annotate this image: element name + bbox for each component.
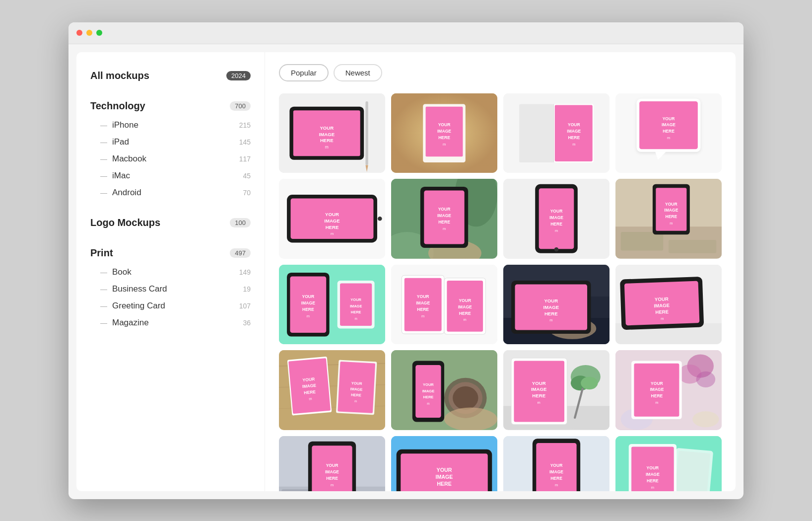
category-label-print: Print [90,247,113,259]
close-button[interactable] [76,30,82,36]
sidebar-item-business-card[interactable]: — Business Card 19 [90,281,251,298]
svg-text:IMAGE: IMAGE [458,304,472,309]
svg-text:HERE: HERE [550,222,562,226]
sidebar-item-ipad[interactable]: — iPad 145 [90,134,251,150]
svg-text:m: m [661,316,664,321]
svg-text:YOUR: YOUR [320,125,334,130]
mockup-card-16[interactable]: YOUR IMAGE HERE m [615,350,722,430]
svg-text:IMAGE: IMAGE [422,389,435,393]
greeting-card-count: 107 [239,302,251,310]
mockup-card-6[interactable]: YOUR IMAGE HERE m [391,179,497,259]
iphone-dash: — [100,121,107,129]
book-count: 149 [239,268,251,276]
svg-text:IMAGE: IMAGE [549,215,563,220]
mockup-card-10[interactable]: YOUR IMAGE HERE m YOUR IMAGE HERE m [391,265,497,345]
svg-point-145 [581,377,598,390]
svg-text:m: m [443,226,446,231]
category-row-logo[interactable]: Logo Mockups 100 [90,214,251,231]
sidebar-item-magazine[interactable]: — Magazine 36 [90,314,251,331]
svg-text:m: m [354,317,357,320]
category-row-all[interactable]: All mockups 2024 [90,67,251,84]
mockup-grid: YOUR IMAGE HERE m [279,93,722,491]
svg-text:YOUR: YOUR [302,294,314,299]
svg-text:YOUR: YOUR [302,376,315,382]
mockup-card-3[interactable]: YOUR IMAGE HERE m [503,93,609,173]
sidebar-item-book[interactable]: — Book 149 [90,264,251,281]
mockup-card-18[interactable]: YOUR IMAGE HERE m [391,436,497,491]
svg-text:YOUR: YOUR [417,294,429,299]
mockup-card-14[interactable]: YOUR IMAGE HERE m [391,350,497,430]
minimize-button[interactable] [86,30,92,36]
svg-text:IMAGE: IMAGE [437,129,451,134]
mockup-card-19[interactable]: YOUR IMAGE HERE m [503,436,609,491]
sidebar-item-iphone[interactable]: — iPhone 215 [90,117,251,134]
mockup-card-11[interactable]: YOUR IMAGE HERE m [503,265,609,345]
svg-text:HERE: HERE [351,393,361,398]
svg-text:IMAGE: IMAGE [662,122,676,127]
technology-subitems: — iPhone 215 — iPad 145 [90,117,251,201]
filter-newest[interactable]: Newest [334,64,382,81]
svg-text:YOUR: YOUR [568,122,580,127]
mockup-card-4[interactable]: YOUR IMAGE HERE m [615,93,722,173]
svg-text:YOUR: YOUR [532,380,546,386]
category-label-all: All mockups [90,70,149,81]
svg-text:IMAGE: IMAGE [531,386,547,392]
svg-point-59 [554,247,559,252]
sidebar-item-macbook[interactable]: — Macbook 117 [90,150,251,167]
svg-text:IMAGE: IMAGE [650,387,664,392]
svg-text:YOUR: YOUR [655,296,669,302]
svg-text:m: m [538,400,541,405]
maximize-button[interactable] [96,30,102,36]
mockup-card-2[interactable]: YOUR IMAGE HERE m [391,93,497,173]
svg-text:YOUR: YOUR [325,212,339,217]
imac-count: 45 [243,172,251,180]
content-area: Popular Newest YOUR IMAGE HERE m [265,52,736,491]
svg-text:YOUR: YOUR [438,122,451,127]
sidebar-item-android[interactable]: — Android 70 [90,184,251,201]
svg-text:HERE: HERE [326,475,338,480]
svg-text:m: m [655,400,658,405]
mockup-card-8[interactable]: YOUR IMAGE HERE m [615,179,722,259]
svg-text:YOUR: YOUR [651,381,663,386]
book-dash: — [100,268,107,276]
svg-text:m: m [651,485,654,489]
sidebar-item-imac[interactable]: — iMac 45 [90,167,251,184]
separator-3 [90,235,251,244]
svg-text:IMAGE: IMAGE [324,218,340,223]
svg-text:YOUR: YOUR [647,465,659,470]
mockup-card-17[interactable]: YOUR IMAGE HERE m [279,436,385,491]
category-print: Print 497 — Book 149 — Business [90,244,251,331]
svg-text:YOUR: YOUR [326,463,338,468]
main-content: All mockups 2024 Technology 700 — iPhone [76,52,736,491]
svg-text:m: m [464,317,467,322]
category-badge-technology: 700 [230,101,251,111]
android-dash: — [100,189,107,197]
business-card-count: 19 [243,285,251,293]
sidebar-item-greeting-card[interactable]: — Greeting Card 107 [90,298,251,314]
mockup-card-9[interactable]: YOUR IMAGE HERE m YOUR IMAGE HERE m [279,265,385,345]
svg-text:HERE: HERE [302,307,314,312]
svg-text:IMAGE: IMAGE [437,213,451,218]
svg-text:m: m [555,228,558,233]
android-count: 70 [243,189,251,197]
svg-text:m: m [309,396,312,401]
macbook-label: — Macbook [100,154,146,164]
mockup-card-20[interactable]: YOUR IMAGE HERE m [615,436,722,491]
svg-rect-196 [675,450,710,491]
mockup-card-1[interactable]: YOUR IMAGE HERE m [279,93,385,173]
category-badge-print: 497 [230,248,251,258]
mockup-card-15[interactable]: YOUR IMAGE HERE m [503,350,609,430]
svg-point-133 [453,386,478,410]
category-row-print[interactable]: Print 497 [90,244,251,262]
svg-point-41 [378,217,382,221]
filter-popular[interactable]: Popular [279,64,329,81]
svg-rect-62 [621,232,664,250]
svg-text:m: m [331,231,334,236]
mockup-card-12[interactable]: YOUR IMAGE HERE m [615,265,722,345]
category-row-technology[interactable]: Technology 700 [90,97,251,115]
svg-text:IMAGE: IMAGE [664,208,678,213]
mockup-card-7[interactable]: YOUR IMAGE HERE m [503,179,609,259]
mockup-card-5[interactable]: YOUR IMAGE HERE m [279,179,385,259]
mockup-card-13[interactable]: YOUR IMAGE HERE m YOUR IMAGE HERE m [279,350,385,430]
svg-text:HERE: HERE [655,308,669,314]
